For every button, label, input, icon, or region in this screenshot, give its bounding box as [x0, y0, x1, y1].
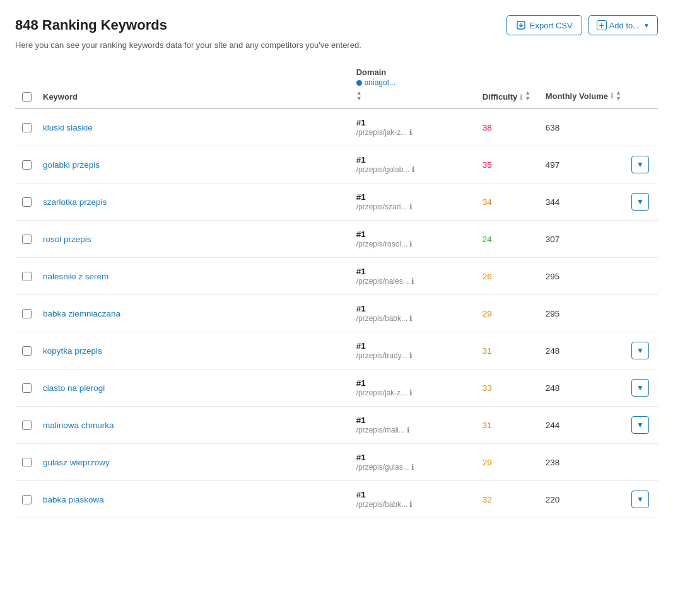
- keyword-link[interactable]: malinowa chmurka: [43, 421, 114, 430]
- row-checkbox[interactable]: [22, 346, 32, 356]
- select-all-checkbox[interactable]: [22, 92, 32, 102]
- table-row: szarlotka przepis #1 /przepis/szarl... ℹ…: [15, 183, 658, 221]
- row-checkbox[interactable]: [22, 160, 32, 170]
- row-checkbox[interactable]: [22, 421, 32, 430]
- row-checkbox[interactable]: [22, 197, 32, 207]
- row-difficulty-value: 32: [483, 495, 492, 504]
- row-keyword: ciasto na pierogi: [38, 369, 351, 407]
- row-action-button[interactable]: ▼: [631, 379, 649, 397]
- keyword-link[interactable]: golabki przepis: [43, 160, 100, 170]
- keyword-link[interactable]: kopytka przepis: [43, 346, 102, 356]
- row-volume-value: 638: [546, 123, 560, 132]
- row-info-icon[interactable]: ℹ: [407, 388, 412, 397]
- col-monthly-volume-header[interactable]: Monthly Volume ℹ ▲ ▼: [541, 61, 626, 108]
- row-difficulty-value: 33: [483, 383, 492, 393]
- difficulty-info-icon[interactable]: ℹ: [520, 93, 522, 102]
- row-domain: #1 /przepis/jak-z... ℹ: [351, 108, 477, 146]
- export-csv-button[interactable]: Export CSV: [506, 15, 582, 35]
- row-info-icon[interactable]: ℹ: [409, 165, 414, 174]
- row-action-button[interactable]: ▼: [631, 342, 649, 359]
- col-keyword-header[interactable]: Keyword: [38, 61, 351, 108]
- table-row: kluski slaskie #1 /przepis/jak-z... ℹ 38…: [15, 108, 658, 146]
- row-checkbox[interactable]: [22, 458, 32, 467]
- keyword-link[interactable]: szarlotka przepis: [43, 197, 107, 207]
- keyword-link[interactable]: nalesniki z serem: [43, 272, 108, 281]
- row-checkbox[interactable]: [22, 383, 32, 393]
- row-domain: #1 /przepis/nales... ℹ: [351, 258, 477, 295]
- table-body: kluski slaskie #1 /przepis/jak-z... ℹ 38…: [15, 108, 658, 518]
- add-to-button[interactable]: + Add to... ▼: [588, 15, 658, 35]
- difficulty-sort-arrows[interactable]: ▲ ▼: [525, 90, 530, 102]
- domain-col-sublabel: aniagot...: [356, 78, 395, 87]
- row-rank: #1: [356, 118, 472, 127]
- row-volume-value: 248: [546, 383, 560, 393]
- row-volume-value: 238: [546, 458, 560, 467]
- row-checkbox[interactable]: [22, 123, 32, 132]
- row-monthly-volume: 248: [541, 369, 626, 407]
- row-volume-value: 344: [546, 197, 560, 207]
- keyword-link[interactable]: gulasz wieprzowy: [43, 458, 110, 467]
- row-difficulty-value: 29: [483, 458, 492, 467]
- row-action: [626, 221, 658, 258]
- row-difficulty-value: 34: [483, 197, 492, 207]
- row-monthly-volume: 295: [541, 258, 626, 295]
- row-action-button[interactable]: ▼: [631, 193, 649, 211]
- row-difficulty: 29: [477, 444, 541, 481]
- col-difficulty-header[interactable]: Difficulty ℹ ▲ ▼: [477, 61, 541, 108]
- row-difficulty: 26: [477, 258, 541, 295]
- row-domain: #1 /przepis/szarl... ℹ: [351, 183, 477, 221]
- row-action: [626, 108, 658, 146]
- row-rank: #1: [356, 341, 472, 351]
- keyword-link[interactable]: ciasto na pierogi: [43, 383, 105, 393]
- table-row: kopytka przepis #1 /przepis/trady... ℹ 3…: [15, 332, 658, 369]
- row-path: /przepis/gulas... ℹ: [356, 463, 472, 472]
- vol-sort-down-icon: ▼: [616, 96, 621, 102]
- row-checkbox-cell: [15, 444, 38, 481]
- row-action-button[interactable]: ▼: [631, 156, 649, 173]
- row-action-button[interactable]: ▼: [631, 491, 649, 508]
- row-info-icon[interactable]: ℹ: [407, 240, 413, 248]
- row-keyword: szarlotka przepis: [38, 183, 351, 221]
- row-keyword: babka piaskowa: [38, 481, 351, 518]
- col-domain-header[interactable]: Domain aniagot... ▲ ▼: [351, 61, 477, 108]
- domain-sort-arrows[interactable]: ▲ ▼: [356, 90, 362, 102]
- row-keyword: malinowa chmurka: [38, 407, 351, 444]
- row-volume-value: 307: [546, 235, 560, 244]
- row-monthly-volume: 307: [541, 221, 626, 258]
- col-action-header: [626, 61, 658, 108]
- row-path: /przepis/babk... ℹ: [356, 314, 472, 323]
- row-info-icon[interactable]: ℹ: [407, 500, 413, 509]
- row-info-icon[interactable]: ℹ: [409, 463, 414, 472]
- row-monthly-volume: 244: [541, 407, 626, 444]
- row-checkbox[interactable]: [22, 272, 32, 281]
- row-checkbox[interactable]: [22, 309, 32, 318]
- row-info-icon[interactable]: ℹ: [407, 351, 413, 360]
- row-volume-value: 248: [546, 346, 560, 356]
- keyword-link[interactable]: kluski slaskie: [43, 123, 93, 132]
- row-path: /przepis/mali... ℹ: [356, 426, 472, 434]
- keyword-link[interactable]: rosol przepis: [43, 235, 91, 244]
- table-header-row: Keyword Domain aniagot... ▲ ▼ D: [15, 61, 658, 108]
- row-rank: #1: [356, 416, 472, 425]
- row-info-icon[interactable]: ℹ: [407, 128, 412, 137]
- row-info-icon[interactable]: ℹ: [409, 277, 414, 286]
- row-domain: #1 /przepis/rosol... ℹ: [351, 221, 477, 258]
- row-info-icon[interactable]: ℹ: [405, 426, 410, 434]
- keyword-link[interactable]: babka piaskowa: [43, 495, 104, 504]
- page-header: 848 Ranking Keywords Export CSV + Add to…: [15, 15, 658, 35]
- row-action-button[interactable]: ▼: [631, 416, 649, 434]
- domain-col-label: Domain: [356, 67, 387, 77]
- row-monthly-volume: 248: [541, 332, 626, 369]
- keyword-link[interactable]: babka ziemniaczana: [43, 309, 120, 318]
- volume-sort-arrows[interactable]: ▲ ▼: [616, 90, 621, 102]
- volume-info-icon[interactable]: ℹ: [611, 92, 613, 100]
- row-rank: #1: [356, 267, 472, 276]
- row-checkbox[interactable]: [22, 235, 32, 244]
- row-checkbox[interactable]: [22, 495, 32, 504]
- row-path: /przepis/trady... ℹ: [356, 351, 472, 360]
- row-volume-value: 497: [546, 160, 560, 170]
- row-difficulty-value: 24: [483, 235, 492, 244]
- row-difficulty-value: 35: [483, 160, 492, 170]
- row-info-icon[interactable]: ℹ: [407, 314, 413, 323]
- row-info-icon[interactable]: ℹ: [407, 202, 412, 211]
